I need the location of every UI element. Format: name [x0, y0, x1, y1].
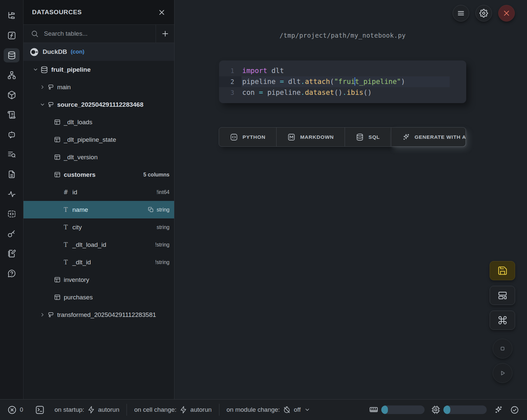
add-cell-markdown-button[interactable]: MARKDOWN — [276, 128, 345, 146]
circle-x-icon — [7, 405, 17, 415]
sparkles-button[interactable] — [494, 405, 503, 414]
rail-notebook-pen-button[interactable] — [4, 247, 19, 261]
tree-label: id — [72, 189, 77, 196]
rail-box-button[interactable] — [4, 88, 19, 102]
rail-code-dashed-button[interactable] — [4, 207, 19, 221]
rail-key-button[interactable] — [4, 227, 19, 241]
circle-check-button[interactable] — [510, 405, 519, 414]
chevron-right-icon[interactable] — [39, 84, 46, 90]
stop-icon — [498, 344, 507, 353]
tree-row-_dlt_id[interactable]: T_dlt_id!string — [23, 253, 174, 271]
notebook-path: /tmp/project/path/my_notebook.py — [219, 32, 466, 39]
tree-label: customers — [64, 171, 95, 178]
layout-button[interactable] — [490, 286, 515, 305]
code-line-1[interactable]: 1import dlt — [219, 65, 466, 76]
rail-network-button[interactable] — [4, 68, 19, 82]
tree-row-id[interactable]: #id!int64 — [23, 183, 174, 201]
meter-fill — [443, 405, 450, 414]
datasources-header: DATASOURCES — [23, 0, 174, 25]
terminal-button[interactable] — [35, 405, 45, 415]
rail-bot-button[interactable] — [4, 128, 19, 142]
tree-row-_dlt_pipeline_state[interactable]: _dlt_pipeline_state — [23, 131, 174, 148]
search-row — [23, 25, 174, 43]
rail-activity-button[interactable] — [4, 187, 19, 201]
rail-database-button[interactable] — [4, 48, 19, 62]
menu-button[interactable] — [453, 5, 469, 21]
rail-list-search-button[interactable] — [4, 147, 19, 162]
rail-function-square-button[interactable] — [4, 28, 19, 43]
runtime-setting-on-startup-[interactable]: on startup:autorun — [55, 406, 119, 414]
tree-label: main — [57, 84, 71, 91]
gear-icon — [479, 9, 488, 18]
tree-row-name[interactable]: Tnamestring — [23, 201, 174, 218]
schema-icon — [47, 84, 54, 91]
meter-track — [443, 405, 487, 414]
tree-row-transformed_202504291112283581[interactable]: transformed_202504291112283581 — [23, 306, 174, 324]
runtime-setting-on-module-change-[interactable]: on module change:off — [227, 406, 310, 414]
connection-row-duckdb[interactable]: DuckDB (con) — [23, 43, 174, 61]
rail-file-text-button[interactable] — [4, 167, 19, 181]
save-button[interactable] — [490, 261, 515, 280]
tree-right-label: !string — [155, 242, 169, 248]
command-button[interactable] — [490, 311, 515, 330]
add-cell-sql-button[interactable]: SQL — [345, 128, 391, 146]
rail-scroll-button[interactable] — [4, 108, 19, 122]
tree-row-customers[interactable]: customers5 columns — [23, 166, 174, 183]
tree-row-main[interactable]: main — [23, 78, 174, 96]
line-number: 1 — [219, 65, 242, 76]
code-line-3[interactable]: 3con = pipeline.dataset().ibis() — [219, 87, 466, 98]
tree-row-_dlt_load_id[interactable]: T_dlt_load_id!string — [23, 236, 174, 253]
stop-button[interactable] — [493, 339, 512, 359]
meter-fill — [381, 405, 388, 414]
play-button[interactable] — [493, 363, 512, 383]
tree-row-_dlt_version[interactable]: _dlt_version — [23, 148, 174, 166]
timer-off-icon — [283, 406, 291, 414]
rail-help-bubble-button[interactable] — [4, 266, 19, 281]
close-button[interactable] — [498, 5, 515, 21]
search-icon — [31, 30, 39, 38]
close-icon[interactable] — [158, 9, 166, 16]
runtime-setting-on-cell-change-[interactable]: on cell change:autorun — [134, 406, 211, 414]
tree-row-fruit_pipeline[interactable]: fruit_pipeline — [23, 61, 174, 78]
code-cell[interactable]: 1import dlt2pipeline = dlt.attach("fruit… — [219, 60, 466, 103]
connection-name: DuckDB — [43, 48, 67, 56]
settings-button[interactable] — [475, 5, 492, 21]
chevron-down-icon[interactable] — [39, 102, 46, 107]
sparkles-icon — [402, 133, 410, 141]
chevron-down-icon[interactable] — [32, 67, 39, 72]
search-input[interactable] — [43, 30, 156, 38]
tree-row-source_202504291112283468[interactable]: source_202504291112283468 — [23, 96, 174, 113]
setting-label: on module change: — [227, 406, 280, 413]
chevron-down-icon — [304, 407, 310, 413]
command-icon — [498, 315, 508, 325]
tree-row-purchases[interactable]: purchases — [23, 288, 174, 306]
right-toolbar — [490, 261, 515, 388]
function-square-icon — [7, 31, 16, 40]
cpu-icon — [431, 405, 440, 414]
tree-row-_dlt_loads[interactable]: _dlt_loads — [23, 113, 174, 131]
tree-label: source_202504291112283468 — [57, 101, 143, 108]
add-cell-python-button[interactable]: PYTHON — [219, 128, 276, 146]
tree-label: _dlt_id — [72, 259, 91, 266]
layout-icon — [498, 290, 508, 300]
chevron-right-icon[interactable] — [39, 312, 46, 318]
tree-row-city[interactable]: Tcitystring — [23, 218, 174, 236]
window-controls — [453, 5, 515, 21]
play-icon — [498, 369, 507, 377]
int-column-icon: # — [62, 189, 69, 196]
schema-icon — [47, 311, 54, 318]
tree-label: city — [72, 224, 82, 231]
network-icon — [7, 71, 16, 80]
code-line-2[interactable]: 2pipeline = dlt.attach("fruit_pipeline") — [219, 76, 466, 87]
table-icon — [54, 294, 61, 301]
add-datasource-button[interactable] — [156, 29, 174, 38]
meter-track — [381, 405, 425, 414]
copy-icon[interactable] — [148, 207, 154, 213]
add-cell-button-row: PYTHONMARKDOWNSQLGENERATE WITH AI — [219, 127, 466, 147]
errors-indicator[interactable]: 0 — [7, 405, 23, 415]
x-icon — [503, 9, 510, 17]
text-column-icon: T — [62, 206, 69, 213]
add-cell-generate-with-ai-button[interactable]: GENERATE WITH AI — [391, 128, 466, 146]
tree-row-inventory[interactable]: inventory — [23, 271, 174, 288]
rail-file-tree-button[interactable] — [4, 9, 19, 23]
